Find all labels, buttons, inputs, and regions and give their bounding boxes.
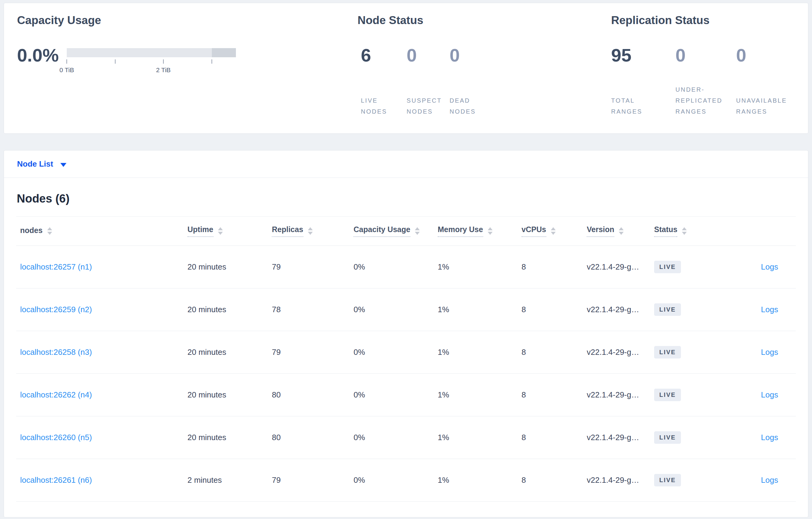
status-badge: LIVE [654,431,681,444]
vcpus-cell: 8 [522,390,587,400]
node-link[interactable]: localhost:26259 (n2) [20,305,92,314]
sort-icon[interactable] [488,227,493,235]
uptime-cell: 2 minutes [187,476,272,485]
memory-use-cell: 1% [438,305,522,314]
stat-value: 6 [361,46,402,65]
memory-use-cell: 1% [438,390,522,400]
node-address-cell: localhost:26257 (n1) [20,262,187,272]
logs-link[interactable]: Logs [761,347,778,357]
capacity-usage-cell: 0% [354,390,438,400]
column-header-memory-use[interactable]: Memory Use [438,225,522,237]
stat-label: LIVE NODES [361,95,399,117]
axis-tick-label: 2 TiB [156,66,171,74]
node-link[interactable]: localhost:26261 (n6) [20,476,92,485]
column-header-version[interactable]: Version [587,225,654,237]
logs-cell: Logs [719,476,796,485]
capacity-usage-panel: Capacity Usage 0.0% 0 TiB [4,14,357,133]
capacity-bar-chart: 0 TiB 2 TiB [67,48,236,74]
nodes-table-header: nodes Uptime Replicas Capacity Usage Mem… [16,216,796,246]
sort-icon[interactable] [619,227,624,235]
stat-value: 0 [675,46,731,65]
replicas-cell: 80 [272,390,354,400]
stat-label: DEAD NODES [450,95,488,117]
stat-label: UNDER-REPLICATED RANGES [675,84,730,117]
logs-cell: Logs [719,433,796,442]
column-header-status[interactable]: Status [654,225,719,237]
vcpus-cell: 8 [522,262,587,272]
node-status-stat: 6 LIVE NODES [361,46,407,117]
nodes-table-title: Nodes (6) [17,191,796,206]
node-status-stat: 0 DEAD NODES [450,46,501,117]
sort-icon[interactable] [551,227,556,235]
logs-link[interactable]: Logs [761,305,778,314]
cluster-overview-page: { "summary": { "capacity": { "title": "C… [0,0,812,519]
capacity-usage-cell: 0% [354,262,438,272]
sort-icon[interactable] [218,227,223,235]
axis-tick-mark [211,59,212,64]
version-cell: v22.1.4-29-g… [587,305,654,314]
sort-icon[interactable] [682,227,687,235]
replication-status-panel: Replication Status 95 TOTAL RANGES 0 UND… [611,14,808,133]
version-cell: v22.1.4-29-g… [587,262,654,272]
capacity-usage-cell: 0% [354,433,438,442]
uptime-cell: 20 minutes [187,305,272,314]
status-badge: LIVE [654,389,681,401]
stat-value: 0 [450,46,496,65]
status-cell: LIVE [654,261,719,273]
node-link[interactable]: localhost:26262 (n4) [20,390,92,399]
axis-tick [115,59,116,64]
axis-tick: 0 TiB [67,59,67,64]
logs-cell: Logs [719,305,796,314]
table-row: localhost:26259 (n2) 20 minutes 78 0% 1%… [16,288,796,331]
node-link[interactable]: localhost:26258 (n3) [20,347,92,357]
node-link[interactable]: localhost:26260 (n5) [20,433,92,442]
node-list-dropdown-label[interactable]: Node List [17,159,53,169]
capacity-bar-dark-segment [212,48,236,57]
logs-link[interactable]: Logs [761,433,778,442]
capacity-bar-axis: 0 TiB 2 TiB [67,57,236,74]
column-header-capacity-usage[interactable]: Capacity Usage [354,225,438,237]
version-cell: v22.1.4-29-g… [587,347,654,357]
sort-icon[interactable] [308,227,313,235]
logs-link[interactable]: Logs [761,476,778,485]
stat-label: TOTAL RANGES [611,95,665,117]
node-list-dropdown[interactable]: Node List [4,150,808,178]
uptime-cell: 20 minutes [187,262,272,272]
column-header-nodes[interactable]: nodes [20,226,187,236]
node-link[interactable]: localhost:26257 (n1) [20,262,92,271]
logs-link[interactable]: Logs [761,262,778,271]
table-row: localhost:26260 (n5) 20 minutes 80 0% 1%… [16,416,796,459]
logs-link[interactable]: Logs [761,390,778,399]
memory-use-cell: 1% [438,476,522,485]
node-status-panel: Node Status 6 LIVE NODES 0 SUSPECT NODES… [357,14,611,133]
status-cell: LIVE [654,389,719,401]
status-badge: LIVE [654,346,681,359]
axis-tick [212,59,212,64]
stat-value: 95 [611,46,671,65]
axis-tick: 2 TiB [163,59,164,64]
uptime-cell: 20 minutes [187,433,272,442]
column-header-replicas[interactable]: Replicas [272,225,354,237]
chevron-down-icon [60,163,66,167]
node-address-cell: localhost:26262 (n4) [20,390,187,400]
stat-label: UNAVAILABLE RANGES [736,95,790,117]
status-cell: LIVE [654,474,719,486]
memory-use-cell: 1% [438,347,522,357]
column-header-uptime[interactable]: Uptime [187,225,272,237]
sort-icon[interactable] [47,227,52,235]
replicas-cell: 78 [272,305,354,314]
vcpus-cell: 8 [522,433,587,442]
vcpus-cell: 8 [522,305,587,314]
status-badge: LIVE [654,261,681,273]
sort-icon[interactable] [415,227,420,235]
replication-stat: 95 TOTAL RANGES [611,46,675,117]
nodes-table-section: Nodes (6) nodes Uptime Replicas Capacity… [4,191,808,501]
memory-use-cell: 1% [438,262,522,272]
logs-cell: Logs [719,347,796,357]
replicas-cell: 80 [272,433,354,442]
replication-status-title: Replication Status [611,14,808,27]
uptime-cell: 20 minutes [187,390,272,400]
stat-label: SUSPECT NODES [407,95,445,117]
column-header-vcpus[interactable]: vCPUs [522,225,587,237]
axis-tick-label: 0 TiB [59,66,74,74]
